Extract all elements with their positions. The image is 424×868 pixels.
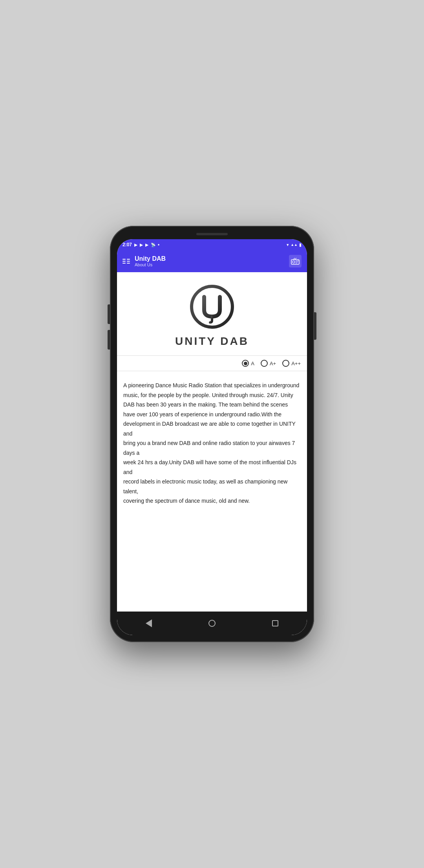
status-bar: 2:07 ▶ ▶ ▶ 📡 • ▾ ▲▲ ▮ [117, 239, 307, 250]
font-controls: A A+ A++ [117, 356, 307, 371]
radio-a-plus-plus [282, 360, 289, 367]
play-icon: ▶ [134, 243, 137, 247]
play-icon2: ▶ [140, 243, 143, 247]
font-label-a-plus-plus: A++ [291, 361, 301, 366]
speaker [196, 233, 228, 235]
radio-a-plus [261, 360, 268, 367]
menu-button[interactable] [122, 259, 130, 264]
font-size-a-plus-plus[interactable]: A++ [282, 360, 301, 367]
signal-icon: ▲▲ [291, 243, 298, 247]
nav-bar [117, 612, 307, 635]
unity-logo [188, 283, 236, 330]
about-text: A pioneering Dance Music Radio Station t… [123, 381, 301, 506]
play-icon3: ▶ [145, 243, 148, 247]
volume-down-button[interactable] [108, 330, 110, 350]
content-area: A pioneering Dance Music Radio Station t… [117, 371, 307, 612]
status-time: 2:07 ▶ ▶ ▶ 📡 • [122, 242, 159, 247]
dot-indicator: • [158, 242, 159, 247]
radio-icon-button[interactable] [289, 255, 302, 267]
recents-button[interactable] [268, 616, 282, 630]
status-indicators: ▾ ▲▲ ▮ [287, 242, 302, 247]
app-title: Unity DAB [135, 255, 166, 262]
app-subtitle: About Us [135, 262, 166, 267]
wifi-icon: ▾ [287, 242, 289, 247]
home-button[interactable] [205, 616, 219, 630]
back-button[interactable] [142, 616, 156, 630]
cast-icon: 📡 [151, 243, 155, 247]
volume-up-button[interactable] [108, 304, 110, 324]
app-bar-title: Unity DAB About Us [135, 255, 166, 267]
battery-icon: ▮ [299, 242, 302, 247]
app-bar: Unity DAB About Us [117, 250, 307, 272]
power-button[interactable] [314, 312, 316, 340]
phone-frame: 2:07 ▶ ▶ ▶ 📡 • ▾ ▲▲ ▮ [110, 226, 314, 642]
font-size-a-plus[interactable]: A+ [261, 360, 276, 367]
phone-screen: 2:07 ▶ ▶ ▶ 📡 • ▾ ▲▲ ▮ [117, 239, 307, 635]
font-label-a-plus: A+ [270, 361, 276, 366]
font-label-a: A [251, 361, 254, 366]
brand-name: UNITY DAB [175, 335, 249, 348]
svg-point-1 [292, 261, 295, 263]
app-bar-left: Unity DAB About Us [122, 255, 166, 267]
radio-a [242, 360, 249, 367]
font-size-a[interactable]: A [242, 360, 254, 367]
logo-section: UNITY DAB [117, 272, 307, 356]
